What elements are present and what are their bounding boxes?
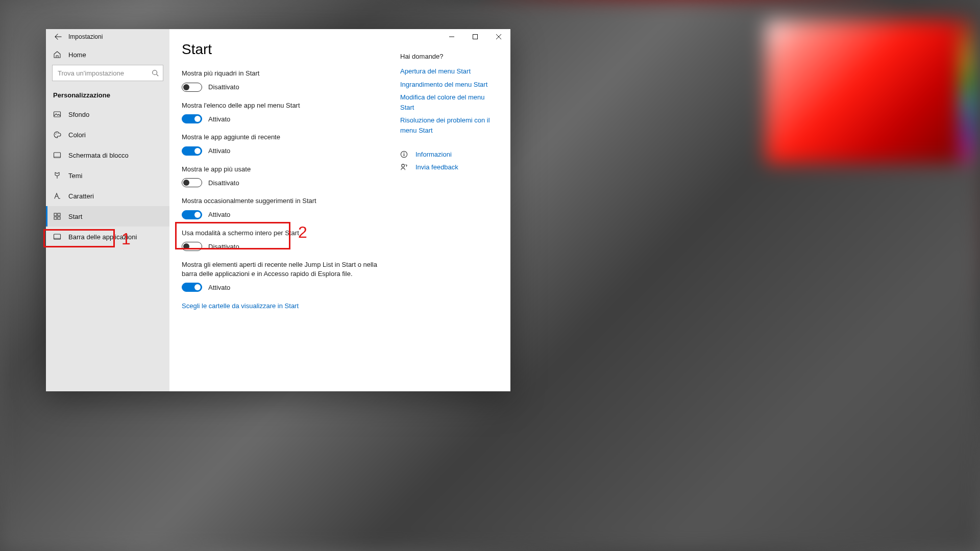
main-column: Start Mostra più riquadri in StartDisatt…: [169, 41, 389, 391]
titlebar-left: Impostazioni: [46, 29, 169, 44]
toggle-switch[interactable]: [182, 146, 202, 156]
svg-point-3: [56, 133, 57, 134]
fonts-icon: [53, 192, 61, 200]
aside-help-title: Hai domande?: [400, 53, 498, 60]
sidebar-home-label: Home: [68, 51, 86, 59]
toggle-switch[interactable]: [182, 114, 202, 123]
app-title: Impostazioni: [65, 33, 103, 40]
setting-1: Mostra l'elenco delle app nel menu Start…: [182, 101, 389, 124]
settings-window: Impostazioni Home Personalizzazione S: [46, 29, 510, 391]
toggle-switch[interactable]: [182, 242, 202, 251]
minimize-icon: [449, 34, 454, 39]
search-wrap: [46, 65, 169, 85]
setting-2: Mostra le app aggiunte di recenteAttivat…: [182, 133, 389, 156]
toggle-switch[interactable]: [182, 210, 202, 219]
start-icon: [53, 212, 61, 220]
svg-rect-10: [58, 217, 60, 219]
svg-rect-8: [58, 213, 60, 216]
themes-icon: [53, 171, 61, 180]
toggle-knob: [183, 180, 189, 186]
close-icon: [496, 34, 501, 39]
sidebar-item-label: Start: [68, 213, 82, 220]
svg-rect-13: [473, 35, 478, 39]
toggle-row: Attivato: [182, 114, 389, 123]
toggle-row: Attivato: [182, 210, 389, 219]
toggle-knob: [194, 116, 201, 122]
svg-rect-16: [404, 154, 404, 157]
setting-label: Mostra più riquadri in Start: [182, 69, 389, 78]
toggle-row: Attivato: [182, 283, 389, 292]
help-link-troubleshoot-start[interactable]: Risoluzione dei problemi con il menu Sta…: [400, 115, 497, 135]
window-controls: [440, 29, 510, 44]
help-link-color-start[interactable]: Modifica del colore del menu Start: [400, 92, 497, 112]
search-box[interactable]: [52, 65, 163, 81]
svg-point-4: [58, 133, 59, 134]
toggle-row: Disattivato: [182, 242, 389, 251]
aside-meta: Informazioni Invia feedback: [400, 151, 498, 171]
sidebar-item-label: Caratteri: [68, 192, 94, 200]
search-input[interactable]: [53, 69, 163, 77]
sidebar-item-caratteri[interactable]: Caratteri: [46, 186, 169, 206]
info-label: Informazioni: [415, 151, 452, 158]
feedback-label: Invia feedback: [415, 163, 458, 171]
setting-5: Usa modalità a schermo intero per StartD…: [182, 229, 389, 252]
setting-6: Mostra gli elementi aperti di recente ne…: [182, 260, 389, 292]
sidebar-home[interactable]: Home: [46, 44, 169, 65]
setting-0: Mostra più riquadri in StartDisattivato: [182, 69, 389, 92]
toggle-switch[interactable]: [182, 283, 202, 292]
content: Start Mostra più riquadri in StartDisatt…: [169, 29, 510, 391]
sidebar-section-title: Personalizzazione: [46, 85, 169, 104]
toggle-switch[interactable]: [182, 178, 202, 187]
sidebar-item-label: Schermata di blocco: [68, 152, 129, 159]
toggle-state: Attivato: [208, 115, 230, 123]
aside-column: Hai domande? Apertura del menu Start Ing…: [389, 41, 498, 391]
help-link-open-start[interactable]: Apertura del menu Start: [400, 66, 497, 77]
sidebar-item-label: Colori: [68, 131, 86, 139]
svg-point-0: [153, 70, 157, 75]
sidebar-item-start[interactable]: Start: [46, 206, 169, 227]
home-icon: [53, 51, 61, 59]
lockscreen-icon: [53, 151, 61, 159]
maximize-button[interactable]: [463, 29, 487, 44]
svg-point-2: [55, 134, 56, 135]
setting-4: Mostra occasionalmente suggerimenti in S…: [182, 196, 389, 219]
close-button[interactable]: [487, 29, 510, 44]
info-link[interactable]: Informazioni: [400, 151, 498, 158]
annotation-number-2: 2: [298, 223, 307, 242]
toggle-knob: [194, 212, 201, 218]
minimize-button[interactable]: [440, 29, 463, 44]
toggle-state: Disattivato: [208, 83, 239, 91]
palette-icon: [53, 131, 61, 139]
toggle-switch[interactable]: [182, 83, 202, 92]
search-icon: [152, 69, 159, 77]
back-button[interactable]: [51, 30, 65, 44]
sidebar-item-schermata-blocco[interactable]: Schermata di blocco: [46, 145, 169, 165]
toggle-state: Disattivato: [208, 243, 239, 251]
toggle-row: Disattivato: [182, 83, 389, 92]
setting-label: Mostra occasionalmente suggerimenti in S…: [182, 196, 389, 206]
sidebar-item-label: Temi: [68, 172, 82, 180]
feedback-link[interactable]: Invia feedback: [400, 163, 498, 171]
toggle-row: Disattivato: [182, 178, 389, 187]
sidebar-item-colori[interactable]: Colori: [46, 124, 169, 145]
setting-label: Mostra le app aggiunte di recente: [182, 133, 389, 142]
sidebar-item-taskbar[interactable]: Barra delle applicazioni: [46, 227, 169, 247]
toggle-knob: [183, 243, 189, 249]
sidebar-item-temi[interactable]: Temi: [46, 165, 169, 186]
toggle-row: Attivato: [182, 146, 389, 156]
choose-folders-link[interactable]: Scegli le cartelle da visualizzare in St…: [182, 301, 389, 311]
info-icon: [400, 151, 408, 158]
sidebar-item-sfondo[interactable]: Sfondo: [46, 104, 169, 124]
svg-rect-12: [54, 238, 61, 240]
toggle-knob: [194, 148, 201, 154]
toggle-state: Attivato: [208, 211, 230, 218]
toggle-knob: [194, 284, 201, 290]
svg-rect-9: [54, 217, 57, 219]
annotation-number-1: 1: [121, 230, 131, 248]
taskbar-icon: [53, 233, 61, 241]
svg-point-17: [402, 164, 405, 167]
setting-label: Mostra le app più usate: [182, 165, 389, 174]
sidebar: Impostazioni Home Personalizzazione S: [46, 29, 169, 391]
help-link-resize-start[interactable]: Ingrandimento del menu Start: [400, 80, 497, 90]
page-title: Start: [182, 41, 389, 58]
